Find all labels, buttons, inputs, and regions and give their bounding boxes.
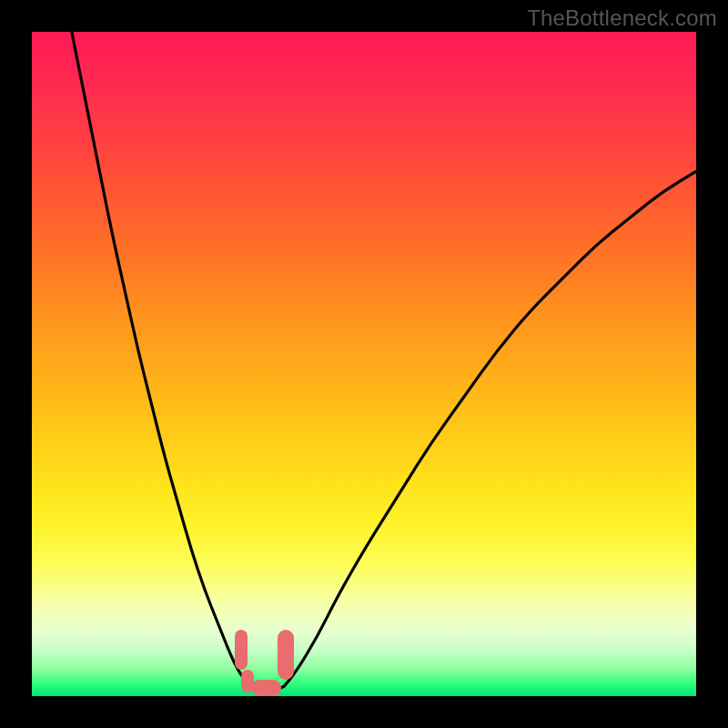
marker-left-upper xyxy=(235,630,248,670)
watermark-text: TheBottleneck.com xyxy=(527,5,717,31)
plot-area xyxy=(32,32,696,696)
curve-layer xyxy=(32,32,696,696)
bottleneck-curve xyxy=(72,32,696,691)
marker-right xyxy=(278,630,294,680)
marker-bottom xyxy=(251,680,281,696)
chart-frame: TheBottleneck.com xyxy=(0,0,728,728)
